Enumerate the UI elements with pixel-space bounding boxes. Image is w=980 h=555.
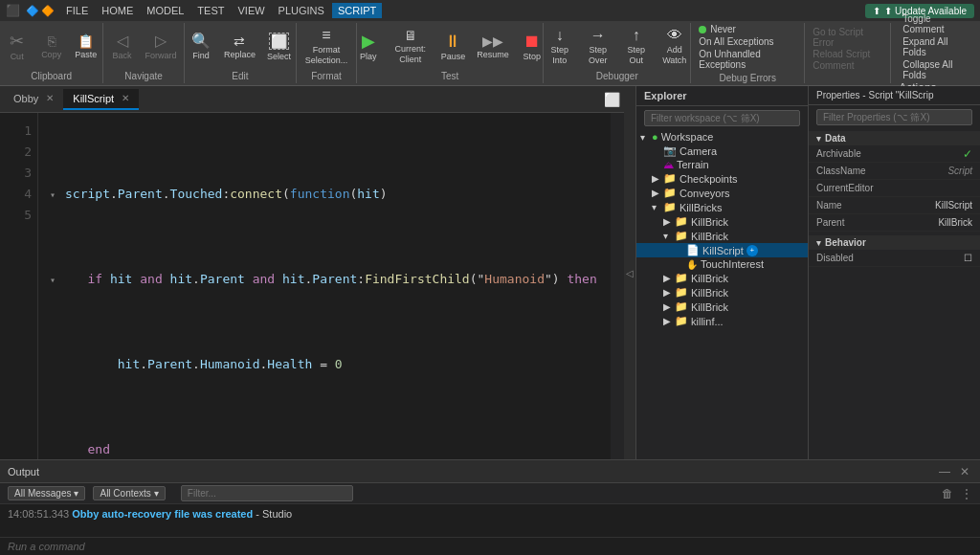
parent-value: KillBrick	[895, 217, 973, 228]
find-button[interactable]: 🔍 Find	[186, 32, 216, 62]
tree-killbrick2[interactable]: ▾ 📁 KillBrick	[636, 229, 808, 243]
output-minimize-button[interactable]: —	[936, 465, 953, 478]
clear-output-button[interactable]: 🗑	[942, 487, 953, 500]
debugger-label: Debugger	[596, 71, 638, 81]
tree-touchinterest[interactable]: ▾ ✋ TouchInterest	[636, 257, 808, 271]
collapse-1[interactable]: ▾	[50, 185, 65, 206]
tree-killbrick3[interactable]: ▶ 📁 KillBrick	[636, 271, 808, 285]
parent-label: Parent	[816, 217, 895, 228]
menu-test[interactable]: TEST	[191, 3, 230, 18]
tree-killbricks-parent[interactable]: ▾ 📁 KillBricks	[636, 200, 808, 214]
properties-title: Properties - Script "KillScrip	[809, 86, 980, 105]
data-section-label: Data	[825, 133, 846, 144]
output-filter-input[interactable]	[181, 485, 353, 501]
code-line-4: ▾ end	[50, 439, 599, 459]
all-messages-chevron: ▾	[74, 488, 78, 499]
menu-model[interactable]: MODEL	[141, 3, 189, 18]
step-out-button[interactable]: ↑ StepOut	[619, 26, 654, 68]
paste-icon: 📋	[78, 34, 94, 48]
right-panel-toggle[interactable]: ◁	[624, 86, 635, 459]
all-messages-dropdown[interactable]: All Messages ▾	[8, 486, 85, 500]
data-chevron: ▾	[816, 134, 821, 144]
output-more-button[interactable]: ⋮	[961, 487, 972, 500]
paste-button[interactable]: 📋 Paste	[71, 33, 101, 61]
step-over-button[interactable]: → StepOver	[581, 26, 615, 68]
collapse-all-folds-button[interactable]: Collapse All Folds	[899, 58, 972, 81]
collapse-2[interactable]: ▾	[50, 270, 65, 291]
tree-workspace[interactable]: ▾ ● Workspace	[636, 130, 808, 144]
forward-button[interactable]: ▷ Forward	[142, 32, 181, 62]
archivable-label: Archivable	[816, 148, 963, 159]
killbricks-parent-name: KillBricks	[679, 202, 723, 213]
killbrick4-name: KillBrick	[691, 287, 728, 299]
menu-view[interactable]: VIEW	[232, 3, 270, 18]
cut-button[interactable]: ✂ Cut	[2, 31, 33, 63]
tree-checkpoints[interactable]: ▶ 📁 Checkpoints	[636, 171, 808, 186]
killbrick5-name: KillBrick	[691, 301, 728, 313]
killinf-icon: 📁	[675, 315, 688, 327]
add-watch-button[interactable]: 👁 AddWatch	[657, 26, 692, 68]
tab-killscript[interactable]: KillScript ✕	[63, 89, 139, 110]
toggle-comment-button[interactable]: Toggle Comment	[899, 12, 972, 35]
conveyors-icon: 📁	[663, 187, 677, 199]
tree-killscript[interactable]: ▾ 📄 KillScript +	[636, 243, 808, 257]
code-content[interactable]: ▾script.Parent.Touched:connect(function(…	[38, 113, 611, 459]
tree-conveyors[interactable]: ▶ 📁 Conveyors	[636, 186, 808, 200]
tab-obby[interactable]: Obby ✕	[4, 89, 63, 110]
command-input-area[interactable]: Run a command	[0, 537, 980, 555]
format-selection-button[interactable]: ≡ FormatSelection...	[301, 26, 352, 68]
conveyors-chevron: ▶	[652, 188, 663, 198]
tree-killbrick5[interactable]: ▶ 📁 KillBrick	[636, 300, 808, 314]
code-line-3: ▾ hit.Parent.Humanoid.Health = 0	[50, 354, 599, 376]
tree-terrain[interactable]: ▾ ⛰ Terrain	[636, 158, 808, 171]
expand-all-folds-button[interactable]: Expand All Folds	[899, 35, 972, 58]
tab-obby-close[interactable]: ✕	[46, 93, 54, 103]
copy-button[interactable]: ⎘ Copy	[36, 33, 67, 61]
classname-label: ClassName	[816, 166, 895, 176]
find-icon: 🔍	[191, 33, 211, 49]
replace-button[interactable]: ⇄ Replace	[220, 33, 259, 61]
edit-label: Edit	[232, 71, 248, 81]
output-close-button[interactable]: ✕	[957, 465, 972, 478]
back-button[interactable]: ◁ Back	[107, 32, 138, 62]
resume-button[interactable]: ▶▶ Resume	[473, 33, 513, 61]
explorer-tree: ▾ ● Workspace ▾ 📷 Camera ▾ ⛰ Terrain ▶ 📁…	[636, 130, 808, 459]
tree-camera[interactable]: ▾ 📷 Camera	[636, 144, 808, 158]
resume-icon: ▶▶	[482, 34, 503, 48]
current-client-button[interactable]: 🖥 Current:Client	[388, 27, 434, 67]
data-section-header[interactable]: ▾ Data	[809, 131, 980, 145]
tree-killbrick1[interactable]: ▶ 📁 KillBrick	[636, 214, 808, 229]
pause-button[interactable]: ⏸ Pause	[437, 31, 470, 63]
copy-icon: ⎘	[48, 34, 56, 48]
menu-home[interactable]: HOME	[96, 3, 139, 18]
all-contexts-dropdown[interactable]: All Contexts ▾	[93, 486, 165, 500]
editor-maximize-button[interactable]: ⬜	[604, 92, 620, 107]
play-button[interactable]: ▶ Play	[353, 31, 384, 63]
behavior-section-header[interactable]: ▾ Behavior	[809, 235, 980, 250]
step-over-icon: →	[590, 28, 606, 43]
menu-script[interactable]: SCRIPT	[332, 3, 382, 18]
killbrick2-name: KillBrick	[691, 231, 728, 242]
vertical-scrollbar[interactable]	[611, 113, 624, 459]
prop-currenteditor: CurrentEditor	[809, 180, 980, 197]
tree-killbrick4[interactable]: ▶ 📁 KillBrick	[636, 285, 808, 300]
line-numbers: 1 2 3 4 5	[0, 113, 38, 459]
touchinterest-icon: ✋	[686, 259, 698, 270]
explorer-search-input[interactable]	[644, 110, 800, 126]
menu-file[interactable]: FILE	[60, 3, 94, 18]
behavior-section-label: Behavior	[825, 237, 866, 248]
menu-plugins[interactable]: PLUGINS	[273, 3, 330, 18]
killbrick2-icon: 📁	[675, 230, 688, 242]
format-icon: ≡	[322, 28, 330, 43]
killbrick1-name: KillBrick	[691, 216, 728, 228]
tab-killscript-close[interactable]: ✕	[122, 93, 129, 103]
step-out-icon: ↑	[633, 28, 640, 43]
output-title: Output	[8, 466, 936, 477]
select-button[interactable]: ⬜ Select	[263, 31, 295, 63]
output-content: 14:08:51.343 Obby auto-recovery file was…	[0, 504, 980, 537]
toolbar-edit-group: 🔍 Find ⇄ Replace ⬜ Select Edit	[185, 23, 297, 83]
tree-killinf[interactable]: ▶ 📁 killinf...	[636, 314, 808, 328]
step-into-button[interactable]: ↓ StepInto	[543, 26, 577, 68]
debug-errors-section: Never On All Exceptions On Unhandled Exc…	[691, 23, 805, 83]
properties-search-input[interactable]	[816, 109, 972, 125]
